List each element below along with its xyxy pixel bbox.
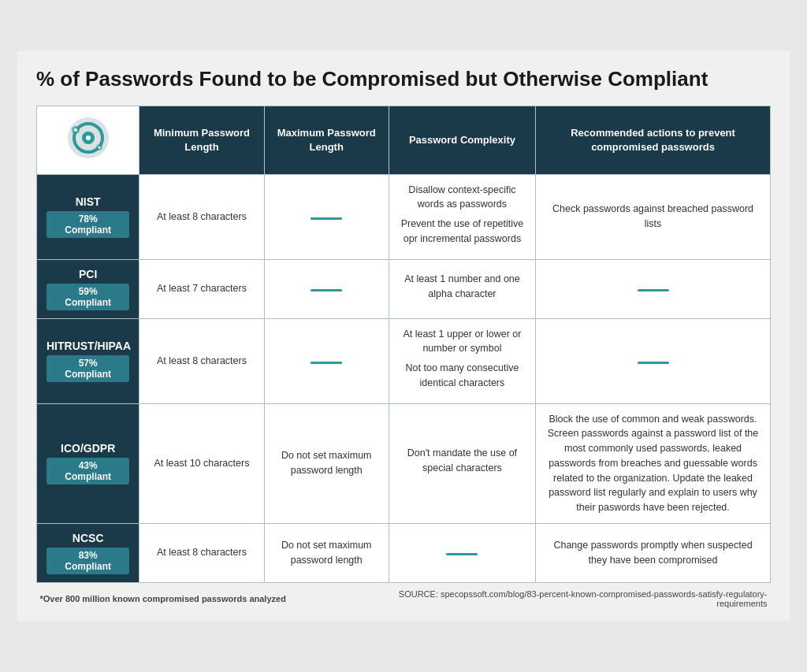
complexity-cell: Disallow context-specific words as passw…	[389, 174, 535, 259]
dash-indicator	[311, 362, 342, 364]
page-title: % of Passwords Found to be Compromised b…	[36, 67, 771, 91]
col-header-complexity: Password Complexity	[389, 106, 535, 174]
min-length-cell: At least 7 characters	[139, 259, 264, 318]
max-length-cell	[264, 318, 389, 403]
compliance-badge: 57% Compliant	[46, 355, 129, 382]
specops-logo-icon	[65, 114, 112, 162]
footer-right: SOURCE: specopssoft.com/blog/83-percent-…	[389, 582, 770, 608]
max-length-cell	[264, 174, 389, 259]
standard-label-cell: NCSC 83% Compliant	[37, 523, 139, 582]
footer-left: *Over 800 million known compromised pass…	[37, 582, 389, 608]
svg-point-3	[86, 136, 91, 140]
compliance-badge: 78% Compliant	[46, 211, 129, 238]
dash-indicator	[311, 289, 342, 291]
dash-indicator	[638, 362, 669, 364]
standard-name: ICO/GDPR	[46, 442, 129, 455]
standard-name: NIST	[46, 195, 129, 208]
table-row: ICO/GDPR 43% Compliant At least 10 chara…	[37, 403, 771, 523]
dash-indicator	[638, 289, 669, 291]
compliance-badge: 59% Compliant	[46, 284, 129, 310]
standard-name: NCSC	[46, 532, 129, 544]
table-row: HITRUST/HIPAA 57% Compliant At least 8 c…	[37, 318, 771, 403]
table-row: NCSC 83% Compliant At least 8 characters…	[37, 523, 771, 582]
min-length-cell: At least 10 characters	[139, 403, 264, 523]
svg-point-5	[74, 128, 77, 132]
svg-point-7	[98, 147, 100, 149]
max-length-cell	[264, 259, 389, 318]
dash-indicator	[311, 217, 342, 220]
recommended-cell: Change passwords promptly when suspected…	[536, 523, 771, 582]
min-length-cell: At least 8 characters	[139, 174, 264, 259]
standard-name: PCI	[46, 268, 129, 280]
compliance-table: Minimum Password Length Maximum Password…	[36, 106, 771, 607]
standard-label-cell: HITRUST/HIPAA 57% Compliant	[37, 318, 139, 403]
min-length-cell: At least 8 characters	[139, 318, 264, 403]
table-row: PCI 59% Compliant At least 7 charactersA…	[37, 259, 771, 318]
table-header-row: Minimum Password Length Maximum Password…	[37, 106, 771, 174]
col-header-min-length: Minimum Password Length	[139, 106, 264, 174]
standard-label-cell: PCI 59% Compliant	[37, 259, 139, 318]
dash-indicator	[446, 553, 478, 555]
complexity-cell	[389, 523, 535, 582]
max-length-cell: Do not set maximum password length	[264, 403, 389, 523]
logo-cell	[37, 106, 139, 174]
recommended-cell: Check passwords against breached passwor…	[536, 174, 771, 259]
complexity-cell: Don't mandate the use of special charact…	[389, 403, 535, 523]
max-length-cell: Do not set maximum password length	[264, 523, 389, 582]
table-row: NIST 78% Compliant At least 8 characters…	[37, 174, 771, 259]
standard-label-cell: NIST 78% Compliant	[37, 174, 139, 259]
standard-label-cell: ICO/GDPR 43% Compliant	[37, 403, 139, 523]
col-header-max-length: Maximum Password Length	[264, 106, 389, 174]
recommended-cell: Block the use of common and weak passwor…	[536, 403, 771, 523]
col-header-recommended: Recommended actions to prevent compromis…	[536, 106, 771, 174]
compliance-badge: 83% Compliant	[46, 548, 129, 574]
min-length-cell: At least 8 characters	[139, 523, 264, 582]
complexity-cell: At least 1 number and one alpha characte…	[389, 259, 535, 318]
recommended-cell	[536, 318, 771, 403]
complexity-cell: At least 1 upper or lower or number or s…	[389, 318, 535, 403]
main-container: % of Passwords Found to be Compromised b…	[17, 51, 790, 621]
compliance-badge: 43% Compliant	[46, 458, 129, 485]
recommended-cell	[536, 259, 771, 318]
footer-row: *Over 800 million known compromised pass…	[37, 582, 771, 608]
standard-name: HITRUST/HIPAA	[46, 340, 129, 352]
